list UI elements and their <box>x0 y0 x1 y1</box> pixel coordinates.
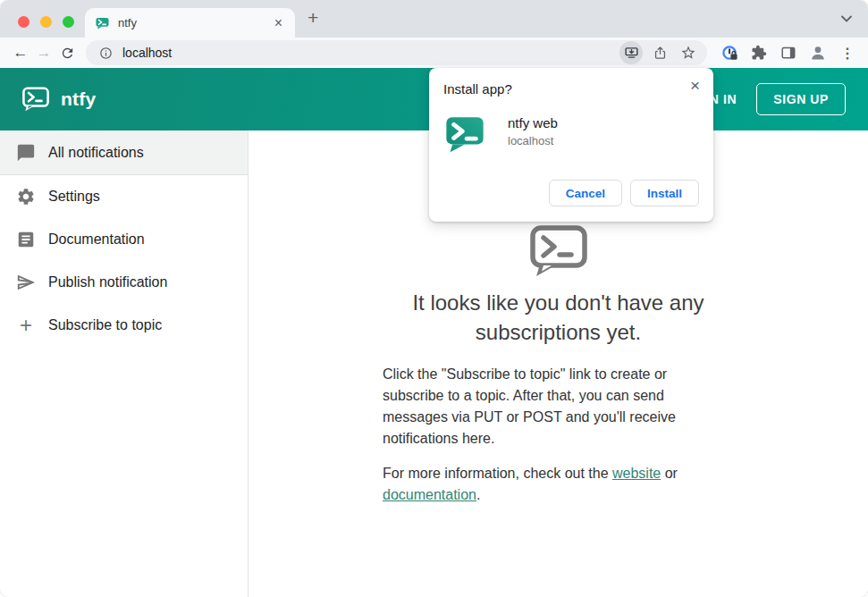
sidebar-item-all-notifications[interactable]: All notifications <box>0 130 248 175</box>
close-window-button[interactable] <box>18 16 29 28</box>
dialog-close-icon[interactable]: × <box>686 75 704 96</box>
side-panel-icon[interactable] <box>777 41 800 64</box>
ntfy-logo-icon <box>22 87 49 112</box>
more-info-prefix: For more information, check out the <box>383 466 612 481</box>
article-icon <box>16 230 36 249</box>
documentation-link[interactable]: documentation <box>383 487 476 502</box>
toolbar-extensions-area: ⋮ <box>714 41 859 64</box>
zoom-window-button[interactable] <box>63 16 74 28</box>
sign-up-button[interactable]: SIGN UP <box>756 83 846 115</box>
sidebar-item-label: All notifications <box>48 145 144 161</box>
more-info-middle: or <box>661 466 678 481</box>
chat-bubble-icon <box>16 143 36 163</box>
brand-title: ntfy <box>61 88 96 110</box>
browser-tab-ntfy[interactable]: ntfy × <box>85 8 295 38</box>
extensions-puzzle-icon[interactable] <box>747 41 771 64</box>
forward-button[interactable]: → <box>32 41 55 64</box>
site-info-icon[interactable] <box>97 44 114 62</box>
gear-icon <box>16 187 36 206</box>
more-info-suffix: . <box>476 487 480 502</box>
sidebar-item-settings[interactable]: Settings <box>0 175 248 218</box>
sidebar-item-publish-notification[interactable]: Publish notification <box>0 261 248 304</box>
new-tab-button[interactable]: + <box>308 7 318 29</box>
browser-menu-icon[interactable]: ⋮ <box>836 41 859 64</box>
sidebar-item-label: Subscribe to topic <box>48 317 162 333</box>
url-text: localhost <box>122 46 619 60</box>
sidebar-item-label: Settings <box>48 189 100 205</box>
sidebar: All notifications Settings Documentation… <box>0 130 249 597</box>
empty-state-heading: It looks like you don't have any subscri… <box>367 288 751 347</box>
more-info-paragraph: For more information, check out the webs… <box>383 463 706 506</box>
tab-favicon-icon <box>96 16 109 29</box>
send-icon <box>16 273 36 292</box>
sidebar-item-label: Documentation <box>48 231 145 248</box>
tab-search-chevron-icon[interactable] <box>841 15 852 22</box>
dialog-app-origin: localhost <box>508 134 558 147</box>
share-icon[interactable] <box>648 41 671 64</box>
dialog-title: Install app? <box>443 81 699 97</box>
back-button[interactable]: ← <box>9 41 32 64</box>
dialog-app-name: ntfy web <box>508 115 558 130</box>
ntfy-empty-state-icon <box>529 225 588 277</box>
sidebar-item-subscribe-to-topic[interactable]: + Subscribe to topic <box>0 304 248 347</box>
minimize-window-button[interactable] <box>40 16 52 28</box>
reload-button[interactable] <box>55 41 79 64</box>
sidebar-item-documentation[interactable]: Documentation <box>0 218 248 261</box>
empty-state-paragraph: Click the "Subscribe to topic" link to c… <box>383 364 706 450</box>
ntfy-app-icon <box>445 114 485 153</box>
tab-close-icon[interactable]: × <box>271 14 286 32</box>
address-bar[interactable]: localhost <box>86 40 707 65</box>
privacy-extension-icon[interactable] <box>718 41 741 64</box>
tab-title: ntfy <box>118 16 271 29</box>
website-link[interactable]: website <box>612 466 661 481</box>
install-app-button[interactable] <box>619 41 643 64</box>
sidebar-item-label: Publish notification <box>48 274 167 290</box>
plus-icon: + <box>16 315 36 335</box>
install-button[interactable]: Install <box>630 180 699 206</box>
tab-strip: ntfy × + <box>0 0 868 38</box>
bookmark-star-icon[interactable] <box>677 41 700 64</box>
browser-window: ntfy × + ← → localhost <box>0 0 868 597</box>
browser-toolbar: ← → localhost <box>0 38 868 68</box>
profile-avatar[interactable] <box>806 41 830 64</box>
cancel-button[interactable]: Cancel <box>549 180 622 206</box>
traffic-lights <box>18 16 74 28</box>
install-app-dialog: Install app? × ntfy web local <box>429 68 713 222</box>
